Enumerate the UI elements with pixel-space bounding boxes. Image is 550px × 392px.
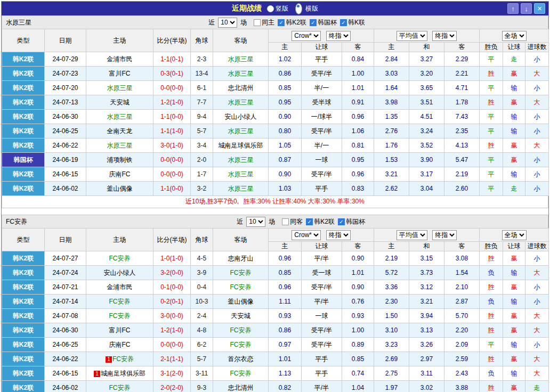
match-row: 韩K2联24-07-23富川FC0-3(0-1)13-4水原三星0.86受平/半… [2,67,549,81]
away-team-name[interactable]: FC安养 [230,370,252,377]
away-team-name[interactable]: 水原三星 [228,170,254,178]
score-cell[interactable]: 3-2(0-0) [153,266,191,280]
home-team-name[interactable]: 全南天龙 [107,127,133,135]
home-team-name[interactable]: 富川FC [109,326,131,334]
away-team-name[interactable]: FC安养 [230,341,252,348]
away-team-name[interactable]: 水原三星 [228,127,254,135]
home-team-name[interactable]: 庆南FC [109,341,131,348]
away-team-name[interactable]: 水原三星 [228,99,254,106]
score-cell[interactable]: 3-1(2-0) [153,366,191,381]
home-team-name[interactable]: 天安城 [110,99,130,106]
home-team-name[interactable]: 浦项制铁 [107,156,133,164]
score-cell[interactable]: 0-0(0-0) [153,338,191,352]
handicap-company-select[interactable]: Crow* [292,230,321,240]
home-team-name[interactable]: 城南足球俱乐部 [101,370,145,377]
europe-company-select[interactable]: 平均值 [397,230,427,240]
away-team-name[interactable]: FC安养 [230,269,252,276]
checkbox-icon[interactable]: ✓ [310,19,317,26]
move-down-button[interactable]: ↓ [521,3,532,14]
score-cell[interactable]: 1-0(1-0) [153,251,191,266]
away-team-name[interactable]: FC安养 [230,283,252,291]
away-team-name[interactable]: 水原三星 [228,55,254,63]
checkbox-icon[interactable]: ✓ [278,19,285,26]
score-cell[interactable]: 0-3(0-1) [153,67,191,81]
checkbox-icon[interactable]: ✓ [306,218,313,225]
home-team-name[interactable]: 安山小绿人 [104,269,136,276]
home-team-name[interactable]: 水原三星 [107,113,133,120]
filter-checkbox[interactable]: ✓韩K2联 [306,217,335,226]
filter-checkbox[interactable]: 同主 [254,18,274,27]
away-team-name[interactable]: FC安养 [230,326,252,334]
move-up-button[interactable]: ↑ [507,3,519,14]
checkbox-icon[interactable] [254,19,261,26]
filter-checkbox[interactable]: ✓韩国杯 [338,217,365,226]
home-team-name[interactable]: 庆南FC [109,170,131,178]
filter-checkbox[interactable]: ✓韩国杯 [310,18,337,27]
score-cell[interactable]: 0-2(0-1) [153,295,191,309]
away-team-name[interactable]: 水原三星 [228,70,254,77]
filter-checkbox[interactable]: ✓韩K联 [340,18,365,27]
filter-checkbox[interactable]: 同客 [282,217,303,226]
filter-checkbox[interactable]: ✓韩K2联 [278,18,306,27]
away-team-name[interactable]: 安山小绿人 [225,113,257,120]
home-team-name[interactable]: 水原三星 [107,142,133,149]
handicap-company-select[interactable]: Crow* [292,31,321,41]
home-team-name[interactable]: 釜山偶像 [107,185,133,192]
home-team-name[interactable]: FC安养 [109,312,131,320]
away-team-name[interactable]: 天安城 [231,312,250,320]
score-cell[interactable]: 2-0(2-0) [153,381,191,392]
league-cell: 韩K2联 [2,295,45,309]
away-team-name[interactable]: 釜山偶像 [228,298,254,305]
result-outcome-cell: 平 [480,110,503,124]
score-cell[interactable]: 0-1(0-0) [153,280,191,295]
home-team-name[interactable]: FC安养 [109,384,131,391]
eu-home-odds-cell: 1.76 [374,138,409,153]
checkbox-icon[interactable]: ✓ [338,218,345,225]
layout-radio-horizontal[interactable]: 横版 [294,3,318,14]
europe-company-select[interactable]: 平均值 [397,31,427,41]
score-cell[interactable]: 0-0(0-0) [153,153,191,167]
score-cell[interactable]: 3-0(1-0) [153,138,191,153]
layout-radio-vertical[interactable]: 竖版 [267,4,288,13]
score-cell[interactable]: 1-2(1-0) [153,323,191,338]
handicap-time-select[interactable]: 终指 [326,31,351,41]
close-button[interactable]: × [534,3,545,14]
recent-results-panel: 近期战绩 竖版 横版 ↑ ↓ × 水原三星 近 10 场 同主✓韩K2联✓韩国杯… [1,1,549,392]
away-team-name[interactable]: 城南足球俱乐部 [219,142,263,149]
radio-icon[interactable] [267,5,274,12]
score-cell[interactable]: 1-1(1-0) [153,124,191,138]
home-team-name[interactable]: FC安养 [109,298,131,305]
away-team-name[interactable]: 水原三星 [228,156,254,164]
radio-icon[interactable] [295,3,302,14]
away-team-name[interactable]: 忠北清州 [228,84,254,92]
score-cell[interactable]: 3-0(0-0) [153,309,191,323]
scope-select[interactable]: 全场 [502,230,527,240]
score-cell[interactable]: 1-2(1-0) [153,95,191,110]
scope-select[interactable]: 全场 [502,31,527,41]
checkbox-icon[interactable]: ✓ [340,19,347,26]
home-team-name[interactable]: 金浦市民 [107,55,133,63]
match-count-select[interactable]: 10 [246,217,265,227]
home-team-name[interactable]: 金浦市民 [107,283,133,291]
home-team-name[interactable]: 富川FC [109,70,131,77]
home-team-name[interactable]: FC安养 [112,355,134,363]
away-team-name[interactable]: 水原三星 [228,185,254,192]
score-cell[interactable]: 2-1(1-1) [153,352,191,366]
home-team-name[interactable]: 水原三星 [107,84,133,92]
score-cell[interactable]: 0-0(0-0) [153,81,191,95]
europe-time-select[interactable]: 终指 [432,230,457,240]
score-cell[interactable]: 1-1(0-0) [153,182,191,196]
away-team-name[interactable]: 忠南牙山 [228,255,254,262]
eu-draw-odds-cell: 3.65 [409,81,444,95]
home-team-name[interactable]: FC安养 [109,255,131,262]
score-cell[interactable]: 1-1(0-0) [153,110,191,124]
away-team-name[interactable]: 首尔衣恋 [228,355,254,363]
handicap-time-select[interactable]: 终指 [326,230,351,240]
away-team-name[interactable]: 忠北清州 [228,384,254,391]
match-count-select[interactable]: 10 [218,18,237,28]
score-cell[interactable]: 0-0(0-0) [153,167,191,182]
checkbox-icon[interactable] [282,218,289,225]
score-cell[interactable]: 1-1(0-1) [153,52,191,67]
europe-time-select[interactable]: 终指 [432,31,457,41]
ah-line-cell: 受平/半 [302,338,342,352]
